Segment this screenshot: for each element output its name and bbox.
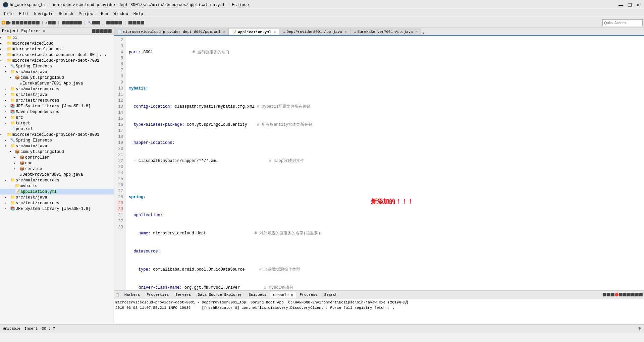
- folder-icon-7001-srcres: 📁: [10, 87, 15, 92]
- bottom-tab-console[interactable]: Console ✕: [270, 292, 296, 298]
- bottom-tab-snippets[interactable]: Snippets: [246, 292, 269, 298]
- tree-item-8001-controller[interactable]: 📦 controller: [0, 155, 114, 160]
- bottom-tab-properties[interactable]: Properties: [144, 292, 172, 298]
- label-7001-pkg: com.yt.springcloud: [20, 75, 64, 80]
- tree-item-7001-jre[interactable]: 📚 JRE System Library [JavaSE-1.8]: [0, 103, 114, 109]
- label-8001-deptapp: DeptProvider8001_App.java: [22, 172, 83, 177]
- tree-item-7001-srcres[interactable]: 📁 src/main/resources: [0, 86, 114, 92]
- bottom-tab-markers[interactable]: Markers: [121, 292, 143, 298]
- tree-item-7001-maven[interactable]: 📚 Maven Dependencies: [0, 109, 114, 115]
- tree-item-8001-srcres[interactable]: 📁 src/main/resources: [0, 177, 114, 183]
- menu-run[interactable]: Run: [98, 11, 111, 17]
- tree-item-8001-spring[interactable]: 🔧 Spring Elements: [0, 137, 114, 143]
- folder-icon-7001-maven: 📚: [10, 109, 15, 114]
- folder-icon-8001-pkg: 📦: [15, 149, 20, 154]
- label-8001-srcmain: src/main/java: [16, 144, 47, 149]
- code-content[interactable]: port: 8001 # 当前微服务的端口 mybatis: config-lo…: [126, 36, 644, 290]
- tree-item-8001-testjava[interactable]: 📁 src/test/java: [0, 194, 114, 200]
- label-consumer80: microservicecloud-consumer-dept-80 [...: [12, 53, 107, 57]
- minimize-button[interactable]: —: [618, 2, 624, 8]
- label-7001-testjava: src/test/java: [16, 93, 47, 97]
- folder-icon-8001-spring: 🔧: [10, 138, 15, 143]
- folder-icon-api: 📁: [7, 47, 12, 52]
- bottom-tab-datasource[interactable]: Data Source Explorer: [195, 292, 245, 298]
- menu-search[interactable]: Search: [56, 11, 76, 17]
- folder-icon-8001-srcres: 📁: [10, 178, 15, 183]
- tree-item-8001-pkg[interactable]: 📦 com.yt.springcloud: [0, 149, 114, 155]
- tab-eureka-icon: ☕: [354, 30, 356, 34]
- tree-item-8001-jre[interactable]: 📚 JRE System Library [JavaSE-1.8]: [0, 206, 114, 212]
- folder-icon-8001: 📁: [7, 132, 12, 137]
- code-line-6: type-aliases-package: com.yt.springcloud…: [129, 122, 641, 128]
- tab-yml-close[interactable]: ✕: [274, 30, 276, 34]
- menu-project[interactable]: Project: [76, 11, 98, 17]
- arrow-8001-testjava: [5, 195, 9, 199]
- line-numbers: 2 3 4 5 6 7 8 9 10 11 12 13 14 15 16 17 …: [114, 36, 126, 290]
- bottom-tab-search[interactable]: Search: [321, 292, 341, 298]
- tree-item-7001-testres[interactable]: 📁 src/test/resources: [0, 98, 114, 103]
- tab-eurekaserver[interactable]: ☕ EurekaServer7001_App.java ✕: [351, 28, 421, 35]
- tree-item-microservicecloud[interactable]: 📁 microservicecloud: [0, 41, 114, 46]
- label-8001-testjava: src/test/java: [16, 195, 47, 200]
- menu-edit[interactable]: Edit: [16, 11, 32, 17]
- tree-item-7001-target[interactable]: 📁 target: [0, 120, 114, 126]
- code-editor[interactable]: 2 3 4 5 6 7 8 9 10 11 12 13 14 15 16 17 …: [114, 36, 644, 290]
- tree-item-consumer80[interactable]: 📁 microservicecloud-consumer-dept-80 [..…: [0, 52, 114, 58]
- label-8001-controller: controller: [25, 155, 49, 160]
- tree-item-api[interactable]: 📁 microservicecloud-api: [0, 46, 114, 52]
- menu-help[interactable]: Help: [131, 11, 146, 17]
- tree-item-8001-mybatis[interactable]: 📁 mybatis: [0, 183, 114, 189]
- tree-item-8001-dao[interactable]: 📦 dao: [0, 160, 114, 166]
- arrow-bi: [0, 36, 4, 40]
- label-bi: bi: [12, 36, 17, 40]
- folder-icon-8001-controller: 📦: [19, 155, 24, 160]
- tree-item-8001-deptapp[interactable]: ☕ DeptProvider8001_App.java: [0, 172, 114, 177]
- quick-access-input[interactable]: [602, 19, 643, 26]
- tab-pom-close[interactable]: ✕: [223, 30, 225, 34]
- tab-eureka-close[interactable]: ✕: [416, 30, 418, 34]
- tab-pom-xml[interactable]: 📄 microservicecloud-provider-dept-8001/p…: [114, 28, 229, 35]
- folder-icon-7001-pkg: 📦: [15, 75, 20, 80]
- arrow-8001-controller: [14, 156, 18, 159]
- tree-item-8001[interactable]: 📁 microservicecloud-provider-dept-8001: [0, 132, 114, 137]
- console-line-2: 2019-03-08 11:07:55.211 INFO 10936 --- […: [115, 305, 643, 310]
- xml-icon-7001-pom: 📄: [10, 126, 15, 131]
- tree-item-7001-testjava[interactable]: 📁 src/test/java: [0, 92, 114, 98]
- label-8001-pkg: com.yt.springcloud: [20, 150, 64, 154]
- bottom-tab-progress[interactable]: Progress: [297, 292, 321, 298]
- tree-item-7001-srcmain[interactable]: 📁 src/main/java: [0, 69, 114, 75]
- label-microservicecloud: microservicecloud: [12, 41, 53, 46]
- explorer-tree[interactable]: 📁 bi 📁 microservicecloud 📁 microservicec…: [0, 35, 114, 324]
- tree-item-7001-pom[interactable]: 📄 pom.xml: [0, 126, 114, 132]
- bottom-tab-servers[interactable]: Servers: [172, 292, 194, 298]
- tree-item-7001-eurekaapp[interactable]: ☕ EurekaServer7001_App.java: [0, 80, 114, 86]
- folder-icon-8001-jre: 📚: [10, 206, 15, 211]
- tab-dept-close[interactable]: ✕: [345, 30, 347, 34]
- menu-navigate[interactable]: Navigate: [32, 11, 56, 17]
- label-8001-service: service: [25, 167, 42, 171]
- tree-item-bi[interactable]: 📁 bi: [0, 35, 114, 41]
- tree-item-7001-spring[interactable]: 🔧 Spring Elements: [0, 63, 114, 69]
- tree-item-7001-pkg[interactable]: 📦 com.yt.springcloud: [0, 75, 114, 80]
- label-8001-spring: Spring Elements: [16, 138, 52, 143]
- tree-item-7001-src[interactable]: 📁 src: [0, 115, 114, 120]
- menu-window[interactable]: Window: [111, 11, 130, 17]
- tree-item-7001[interactable]: 📁 microservicecloud-provider-dept-7001: [0, 58, 114, 63]
- label-api: microservicecloud-api: [12, 47, 63, 52]
- code-line-11: application:: [129, 212, 641, 218]
- arrow-8001-srcres: [5, 178, 9, 182]
- folder-icon-8001-testjava: 📁: [10, 195, 15, 200]
- status-writable: Writable: [3, 327, 20, 331]
- maximize-button[interactable]: ❐: [627, 2, 633, 8]
- tree-item-8001-appyml[interactable]: 📝 application.yml: [0, 189, 114, 194]
- label-7001-maven: Maven Dependencies: [16, 110, 59, 114]
- close-button[interactable]: ✕: [635, 2, 641, 8]
- menu-file[interactable]: File: [1, 11, 16, 17]
- tab-application-yml[interactable]: 📝 application.yml ✕: [229, 28, 279, 36]
- tab-deptprovider[interactable]: ☕ DeptProvider8001_App.java ✕: [280, 28, 351, 35]
- tree-item-8001-srcmain[interactable]: 📁 src/main/java: [0, 143, 114, 149]
- tree-item-8001-testres[interactable]: 📁 src/test/resources: [0, 200, 114, 206]
- label-8001-mybatis: mybatis: [20, 184, 37, 188]
- tree-item-8001-service[interactable]: 📦 service: [0, 166, 114, 172]
- folder-icon-7001-target: 📁: [10, 121, 15, 126]
